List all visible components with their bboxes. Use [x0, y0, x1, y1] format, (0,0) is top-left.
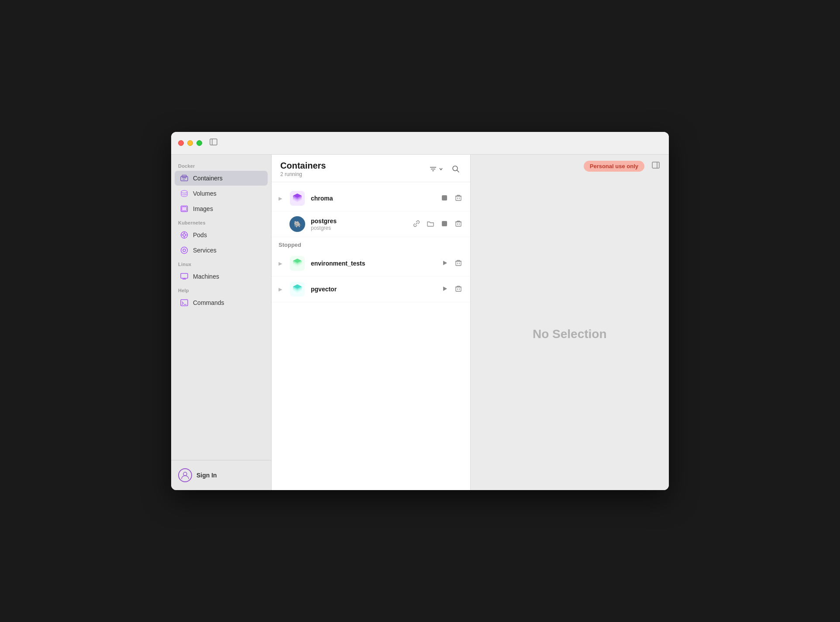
svg-marker-69 [443, 287, 447, 291]
env-tests-name: environment_tests [311, 260, 435, 267]
sign-in-avatar-icon [178, 468, 192, 482]
chroma-info: chroma [311, 195, 434, 202]
pods-icon [180, 231, 189, 239]
svg-rect-17 [181, 273, 188, 278]
sidebar-item-pods[interactable]: Pods [175, 228, 268, 242]
container-item-env-tests[interactable]: ▶ environment_tests [272, 251, 470, 276]
svg-rect-70 [456, 287, 461, 291]
postgres-name: postgres [311, 218, 406, 225]
sidebar-footer: Sign In [171, 460, 271, 490]
app-window: Docker Containers [171, 132, 669, 490]
page-title: Containers [280, 161, 326, 171]
delete-button-pgvector[interactable] [454, 284, 463, 295]
svg-line-27 [457, 170, 459, 173]
svg-rect-43 [442, 221, 447, 226]
chroma-actions [440, 193, 463, 204]
svg-point-10 [183, 234, 186, 236]
personal-use-badge[interactable]: Personal use only [584, 161, 644, 172]
machines-icon [180, 272, 189, 281]
postgres-info: postgres postgres [311, 218, 406, 231]
images-icon [180, 204, 189, 213]
sign-in-button[interactable]: Sign In [176, 466, 266, 485]
help-section-label: Help [171, 284, 271, 295]
search-button[interactable] [450, 163, 461, 175]
services-label: Services [193, 247, 217, 254]
linux-section-label: Linux [171, 258, 271, 269]
svg-rect-20 [181, 300, 188, 306]
svg-rect-8 [182, 207, 187, 211]
center-header: Containers 2 running [272, 155, 470, 182]
no-selection-area: No Selection [471, 178, 669, 490]
container-list: ▶ chroma [272, 182, 470, 490]
container-item-chroma[interactable]: ▶ chroma [272, 186, 470, 211]
chroma-icon [289, 190, 306, 207]
close-button[interactable] [178, 140, 184, 146]
chroma-name: chroma [311, 195, 434, 202]
container-item-postgres[interactable]: 🐘 postgres postgres [272, 211, 470, 237]
filter-button[interactable] [427, 163, 445, 175]
sidebar-content: Docker Containers [171, 155, 271, 460]
container-item-pgvector[interactable]: ▶ pgvector [272, 276, 470, 302]
center-panel: Containers 2 running [272, 155, 471, 490]
delete-button-postgres[interactable] [454, 219, 463, 230]
delete-button-chroma[interactable] [454, 193, 463, 204]
folder-button-postgres[interactable] [426, 219, 435, 230]
env-tests-icon [289, 255, 306, 272]
docker-section-label: Docker [171, 160, 271, 170]
stopped-section-label: Stopped [272, 237, 470, 251]
sidebar-item-services[interactable]: Services [175, 243, 268, 258]
containers-label: Containers [193, 175, 223, 182]
postgres-icon: 🐘 [289, 216, 306, 232]
pgvector-name: pgvector [311, 286, 435, 293]
svg-rect-0 [210, 139, 217, 145]
postgres-subname: postgres [311, 225, 406, 231]
traffic-lights [178, 140, 202, 146]
maximize-button[interactable] [196, 140, 202, 146]
svg-marker-56 [443, 261, 447, 265]
env-tests-info: environment_tests [311, 260, 435, 267]
sidebar-toggle-icon[interactable] [209, 138, 218, 149]
svg-rect-33 [442, 195, 447, 200]
sign-in-label: Sign In [196, 472, 217, 479]
delete-button-env-tests[interactable] [454, 258, 463, 269]
pgvector-icon [289, 281, 306, 297]
kubernetes-section-label: Kubernetes [171, 217, 271, 227]
sidebar-item-containers[interactable]: Containers [175, 171, 268, 186]
titlebar [171, 132, 669, 155]
svg-rect-77 [652, 162, 659, 168]
stop-button-chroma[interactable] [440, 193, 449, 204]
pgvector-actions [441, 284, 463, 295]
minimize-button[interactable] [187, 140, 193, 146]
sidebar-item-commands[interactable]: Commands [175, 295, 268, 310]
svg-point-6 [181, 190, 187, 193]
stop-button-postgres[interactable] [440, 219, 449, 230]
chevron-right-icon: ▶ [279, 196, 284, 201]
start-button-env-tests[interactable] [441, 259, 449, 269]
no-selection-text: No Selection [533, 327, 607, 341]
machines-label: Machines [193, 273, 219, 280]
pods-label: Pods [193, 232, 207, 238]
svg-rect-34 [456, 196, 461, 200]
sidebar-item-machines[interactable]: Machines [175, 269, 268, 284]
svg-rect-57 [456, 261, 461, 266]
svg-point-16 [183, 249, 186, 252]
images-label: Images [193, 205, 213, 212]
center-header-left: Containers 2 running [280, 161, 326, 177]
sidebar-item-volumes[interactable]: Volumes [175, 186, 268, 201]
center-header-actions [427, 163, 461, 175]
link-button-postgres[interactable] [412, 219, 421, 230]
main-content: Docker Containers [171, 155, 669, 490]
sidebar: Docker Containers [171, 155, 272, 490]
sidebar-item-images[interactable]: Images [175, 201, 268, 216]
commands-label: Commands [193, 299, 224, 306]
volumes-icon [180, 189, 189, 198]
volumes-label: Volumes [193, 190, 217, 197]
right-sidebar-toggle-icon[interactable] [651, 161, 660, 172]
chevron-right-icon-3: ▶ [279, 261, 284, 266]
postgres-actions [412, 219, 463, 230]
right-panel: Personal use only No Selection [471, 155, 669, 490]
env-tests-actions [441, 258, 463, 269]
start-button-pgvector[interactable] [441, 284, 449, 294]
svg-point-22 [183, 472, 187, 476]
running-count: 2 running [280, 171, 326, 177]
